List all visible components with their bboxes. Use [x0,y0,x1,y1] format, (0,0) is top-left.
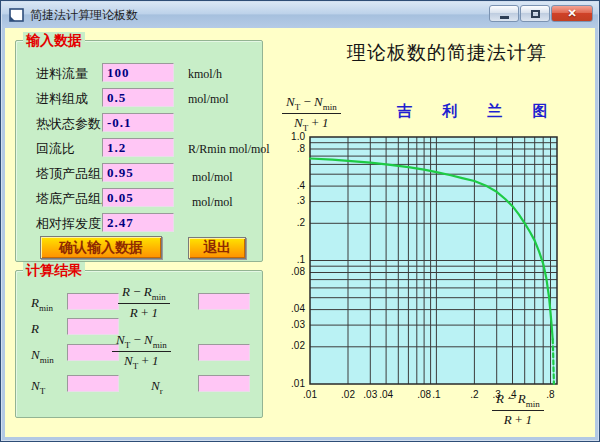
app-window: 简捷法计算理论板数 ✕ 输入数据 进料流量 kmol/h 进料组成 mol/mo… [0,0,600,442]
confirm-input-button[interactable]: 确认输入数据 [40,236,162,259]
nt-label: NT [31,378,45,396]
form-icon [9,8,24,22]
gilliland-chart: .01.02.03.04.08.1.2.3.4.81.0.8.4.3.2.1.0… [266,125,595,417]
result-panel-title: 计算结果 [23,262,85,280]
minimize-icon [500,16,509,19]
feed-composition-label: 进料组成 [36,90,88,108]
y-ratio-formula: NT − Nmin NT + 1 [112,332,171,370]
bottom-product-input[interactable] [102,188,174,207]
chart-x-axis-formula: R − Rmin R + 1 [492,391,544,428]
nt-result-field[interactable] [67,375,119,392]
y-ratio-result-field[interactable] [198,344,250,361]
svg-text:.03: .03 [291,319,305,330]
nr-label: Nr [151,378,163,396]
svg-text:.02: .02 [341,389,355,400]
svg-text:.04: .04 [379,389,393,400]
x-ratio-result-field[interactable] [198,293,250,310]
feed-flow-input[interactable] [102,63,174,82]
svg-text:.8: .8 [297,143,306,154]
close-button[interactable]: ✕ [551,5,593,22]
svg-text:.8: .8 [546,389,555,400]
maximize-icon [531,10,540,18]
result-panel: 计算结果 Rmin R − Rmin R + 1 R Nmin NT − Nmi… [15,270,263,418]
reflux-ratio-label: 回流比 [36,140,75,158]
input-panel-title: 输入数据 [23,32,85,50]
chart-title: 吉 利 兰 图 [397,102,561,121]
maximize-button[interactable] [520,5,550,22]
svg-text:.2: .2 [470,389,479,400]
svg-text:.08: .08 [417,389,431,400]
feed-flow-unit: kmol/h [188,67,222,82]
input-data-panel: 输入数据 进料流量 kmol/h 进料组成 mol/mol 热状态参数 回流比 … [15,40,263,262]
rmin-label: Rmin [31,295,53,313]
feed-composition-unit: mol/mol [188,92,229,107]
relative-volatility-input[interactable] [102,213,174,232]
reflux-ratio-unit: R/Rmin mol/mol [188,142,270,157]
svg-text:.3: .3 [297,195,306,206]
client-area: 输入数据 进料流量 kmol/h 进料组成 mol/mol 热状态参数 回流比 … [5,28,595,437]
top-product-input[interactable] [102,163,174,182]
svg-text:1.0: 1.0 [291,131,305,142]
feed-composition-input[interactable] [102,88,174,107]
r-label: R [31,321,39,339]
page-title: 理论板数的简捷法计算 [327,40,567,66]
x-ratio-formula: R − Rmin R + 1 [118,284,170,321]
nmin-label: Nmin [31,347,54,365]
title-bar[interactable]: 简捷法计算理论板数 ✕ [2,2,598,28]
reflux-ratio-input[interactable] [102,138,174,157]
thermal-state-input[interactable] [102,113,174,132]
svg-text:.01: .01 [291,378,305,389]
thermal-state-label: 热状态参数 [36,115,101,133]
relative-volatility-label: 相对挥发度 [36,215,101,233]
svg-text:.02: .02 [291,340,305,351]
svg-text:.2: .2 [297,217,306,228]
feed-flow-label: 进料流量 [36,65,88,83]
svg-text:.08: .08 [291,266,305,277]
svg-text:.1: .1 [297,254,306,265]
svg-text:.1: .1 [432,389,441,400]
nr-result-field[interactable] [198,375,250,392]
rmin-result-field[interactable] [67,293,119,310]
window-title: 简捷法计算理论板数 [30,7,138,24]
close-icon: ✕ [567,7,576,20]
svg-text:.04: .04 [291,303,305,314]
svg-text:.4: .4 [297,180,306,191]
minimize-button[interactable] [489,5,519,22]
bottom-product-unit: mol/mol [192,195,233,210]
svg-text:.01: .01 [303,389,317,400]
top-product-unit: mol/mol [192,170,233,185]
svg-text:.03: .03 [363,389,377,400]
exit-button[interactable]: 退出 [188,237,246,259]
